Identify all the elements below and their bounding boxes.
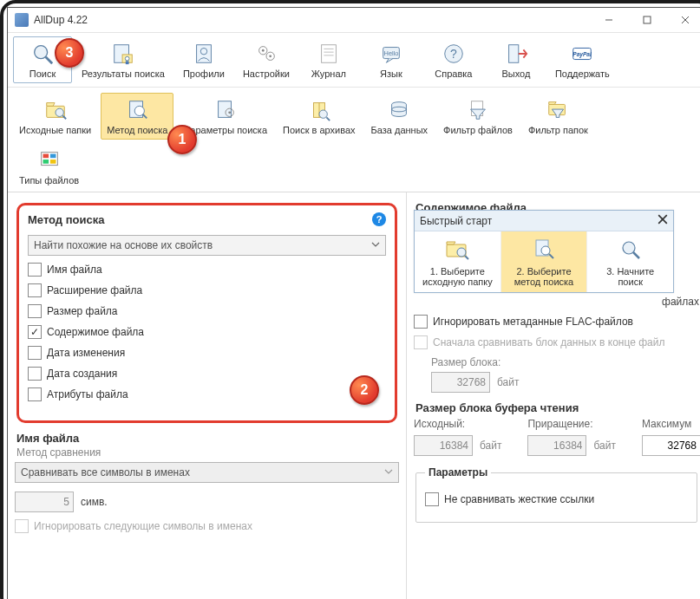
database-icon [384,97,414,123]
ribbon-folder-filter[interactable]: Фильтр папок [522,93,594,140]
folder-search-icon [444,237,470,263]
language-icon: Hello [376,41,406,67]
quick-start-title: Быстрый старт [420,215,492,227]
ribbon-language[interactable]: HelloЯзык [362,36,421,83]
ribbon-file-types[interactable]: Типы файлов [13,143,85,190]
help-icon[interactable]: ? [372,212,386,226]
svg-point-57 [623,242,635,254]
method-attr-row[interactable]: Атрибуты файла [28,387,386,401]
ribbon-journal[interactable]: Журнал [299,36,358,83]
method-mdate-row[interactable]: Дата изменения [28,346,386,360]
method-content-row[interactable]: Содержимое файла [28,325,386,339]
svg-point-4 [35,46,48,59]
callout-1: 1 [167,125,197,154]
app-icon [15,13,29,27]
svg-line-58 [633,252,639,258]
svg-point-52 [457,248,466,257]
ribbon-results[interactable]: Результаты поиска [75,36,171,83]
svg-rect-16 [321,45,336,63]
svg-rect-46 [49,154,56,159]
filename-combo-value: Сравнивать все символы в именах [21,466,190,479]
method-size-check[interactable] [28,304,42,318]
ribbon-label: Выход [501,68,530,79]
tail-first-label: Сначала сравнивать блок данных в конце ф… [433,336,664,348]
max-input[interactable] [642,435,700,456]
minimize-button[interactable] [590,8,628,32]
chevron-down-icon [384,466,393,479]
hardlinks-row[interactable]: Не сравнивать жесткие ссылки [425,492,688,506]
close-button[interactable] [666,8,700,32]
file-filter-icon [463,97,493,123]
ribbon-src-folders[interactable]: Исходные папки [13,93,97,140]
hardlinks-label: Не сравнивать жесткие ссылки [444,493,594,505]
method-name-row[interactable]: Имя файла [28,263,386,277]
window-title: AllDup 4.22 [34,14,590,26]
ribbon-exit[interactable]: Выход [487,36,546,83]
method-cdate-check[interactable] [28,367,42,381]
method-ext-row[interactable]: Расширение файла [28,283,386,297]
ignore-flac-check[interactable] [414,315,428,329]
search-method-title: Метод поиска [28,213,104,226]
ribbon-database[interactable]: База данных [365,93,435,140]
svg-rect-33 [218,101,231,118]
svg-rect-48 [49,160,56,164]
ribbon-archive-search[interactable]: Поиск в архивах [277,93,362,140]
svg-text:Hello: Hello [383,49,398,57]
ribbon-label: Метод поиска [107,125,167,135]
chevron-down-icon [371,239,380,251]
src-header: Исходный: [414,418,501,430]
ribbon-profiles[interactable]: Профили [174,36,233,83]
src-input [414,435,473,456]
ribbon: ПоискРезультаты поискаПрофилиНастройкиЖу… [8,33,700,192]
folder-filter-icon [543,97,572,123]
filename-sub: Метод сравнения [16,446,397,459]
method-name-check[interactable] [28,263,42,277]
maximize-button[interactable] [628,8,666,32]
ribbon-help[interactable]: ?Справка [424,36,483,83]
method-mdate-check[interactable] [28,346,42,360]
quick-step-1[interactable]: 1. Выберитеисходную папку [415,231,501,292]
profiles-icon [189,41,219,67]
ribbon-label: База данных [371,125,429,135]
hardlinks-check[interactable] [425,492,439,506]
ribbon-label: Поиск в архивах [283,125,356,135]
svg-text:?: ? [450,47,457,61]
results-icon [108,41,138,67]
svg-point-14 [262,49,265,52]
filename-combo[interactable]: Сравнивать все символы в именах [15,462,399,483]
svg-rect-47 [43,160,49,164]
svg-point-8 [125,56,129,61]
method-attr-check[interactable] [28,387,42,401]
ribbon-label: Исходные папки [19,125,91,135]
close-icon[interactable] [657,214,668,227]
ignore-chars-check [15,519,29,533]
magnifier-icon [618,237,644,263]
method-size-row[interactable]: Размер файла [28,304,386,318]
method-content-check[interactable] [28,325,42,339]
method-cdate-row[interactable]: Дата создания [28,367,386,381]
svg-point-15 [269,55,271,57]
journal-icon [314,41,343,67]
method-combo[interactable]: Найти похожие на основе их свойств [28,235,386,256]
method-cdate-label: Дата создания [47,368,117,380]
inc-input [527,435,586,456]
ignore-flac-row[interactable]: Игнорировать метаданные FLAC-файлов [414,315,699,329]
ribbon-settings[interactable]: Настройки [237,36,296,83]
max-header: Максимум [642,418,700,430]
content-area: Метод поиска ? Найти похожие на основе и… [8,192,700,599]
src-folders-icon [41,97,70,123]
quick-step-2[interactable]: 2. Выберитеметод поиска [501,231,588,292]
search-params-icon [211,97,240,123]
tail-first-check [414,335,428,349]
method-mdate-label: Дата изменения [47,347,125,359]
ribbon-file-filter[interactable]: Фильтр файлов [437,93,519,140]
ribbon-search-method[interactable]: Метод поиска [101,93,173,140]
svg-rect-45 [43,154,49,159]
ignore-chars-label: Игнорировать следующие символы в именах [34,520,252,532]
svg-text:PayPal: PayPal [573,51,592,58]
ignore-chars-row: Игнорировать следующие символы в именах [15,519,399,533]
quick-step-3[interactable]: 3. Начнитепоиск [587,231,673,292]
ribbon-donate[interactable]: PayPalПоддержать [549,36,616,83]
method-ext-check[interactable] [28,283,42,297]
block-size-label: Размер блока: [431,356,500,368]
